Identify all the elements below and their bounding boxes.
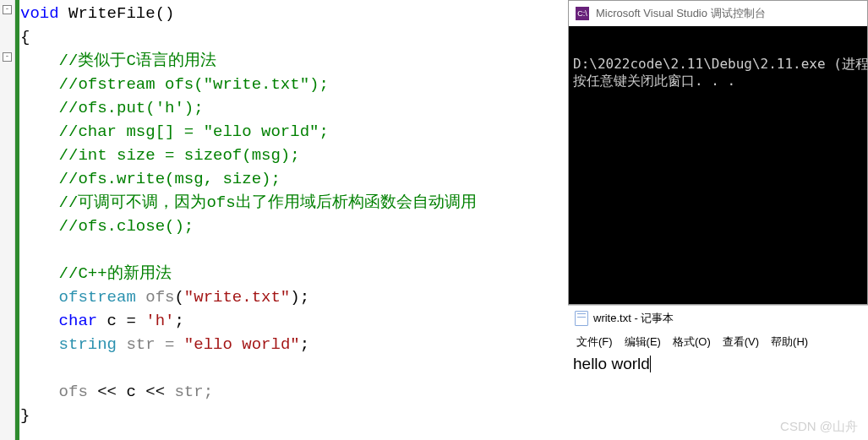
keyword: char (59, 312, 98, 330)
notepad-content[interactable]: hello world (568, 353, 868, 375)
editor-gutter: - - (0, 0, 15, 440)
brace: { (20, 28, 30, 46)
change-indicator (15, 0, 19, 440)
punct: ; (300, 335, 309, 354)
string-literal: "write.txt" (184, 288, 290, 307)
notepad-icon (575, 311, 588, 326)
var: str = (117, 335, 184, 354)
punct: ( (174, 288, 183, 307)
char-literal: 'h' (145, 312, 174, 330)
var: ofs (136, 288, 175, 307)
var: ofs (59, 383, 98, 401)
var: c = (97, 312, 145, 330)
watermark: CSDN @山舟 (780, 419, 858, 435)
operator: << (145, 383, 165, 401)
type: ofstream (59, 288, 136, 307)
code-editor[interactable]: - - void WriteFile() { //类似于C语言的用法 //ofs… (0, 0, 568, 440)
brace: } (20, 406, 30, 425)
menu-format[interactable]: 格式(O) (673, 334, 711, 350)
keyword: void (20, 4, 59, 23)
console-line: D:\2022code\2.11\Debug\2.11.exe (进程 (573, 56, 868, 72)
var: c (117, 383, 145, 401)
comment: //ofs.close(); (59, 217, 194, 236)
debug-console[interactable]: C:\ Microsoft Visual Studio 调试控制台 D:\202… (568, 0, 868, 305)
console-icon: C:\ (576, 7, 589, 20)
menu-file[interactable]: 文件(F) (576, 334, 613, 350)
comment: //int size = sizeof(msg); (59, 146, 300, 165)
code-content[interactable]: void WriteFile() { //类似于C语言的用法 //ofstrea… (20, 2, 477, 427)
notepad-text: hello world (573, 355, 650, 372)
type: string (59, 335, 117, 354)
comment: //类似于C语言的用法 (59, 52, 216, 70)
punct: ; (174, 312, 183, 330)
comment: //char msg[] = "ello world"; (59, 122, 329, 141)
menu-view[interactable]: 查看(V) (723, 334, 759, 350)
console-titlebar[interactable]: C:\ Microsoft Visual Studio 调试控制台 (569, 1, 867, 26)
function-name: WriteFile (68, 4, 156, 23)
fold-icon[interactable]: - (3, 52, 12, 62)
console-output[interactable]: D:\2022code\2.11\Debug\2.11.exe (进程 按任意键… (569, 26, 867, 94)
menu-help[interactable]: 帮助(H) (771, 334, 808, 350)
comment: //C++的新用法 (59, 264, 172, 283)
comment: //可调可不调，因为ofs出了作用域后析构函数会自动调用 (59, 193, 477, 212)
punct: ); (290, 288, 309, 307)
var: str; (165, 383, 213, 401)
fold-icon[interactable]: - (3, 5, 12, 14)
comment: //ofs.write(msg, size); (59, 170, 281, 188)
comment: //ofstream ofs("write.txt"); (59, 75, 329, 94)
string-literal: "ello world" (184, 335, 300, 354)
notepad-menubar[interactable]: 文件(F) 编辑(E) 格式(O) 查看(V) 帮助(H) (568, 331, 868, 353)
paren: () (156, 4, 175, 23)
menu-edit[interactable]: 编辑(E) (625, 334, 661, 350)
comment: //ofs.put('h'); (59, 99, 204, 117)
console-line: 按任意键关闭此窗口. . . (573, 73, 735, 89)
notepad-titlebar[interactable]: write.txt - 记事本 (568, 306, 868, 331)
text-cursor-icon (650, 356, 651, 372)
operator: << (97, 383, 117, 401)
notepad-title-text: write.txt - 记事本 (593, 311, 674, 326)
console-title-text: Microsoft Visual Studio 调试控制台 (596, 6, 766, 21)
